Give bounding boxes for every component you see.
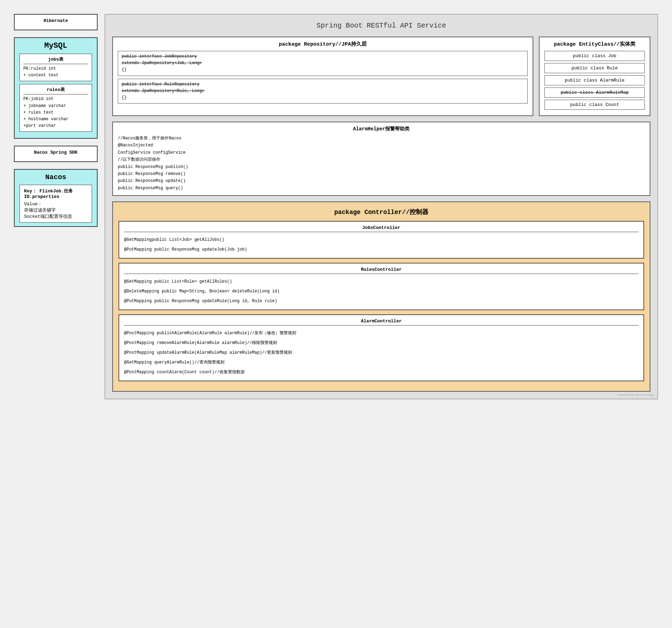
repo-box: package Repository//JPA持久层 public interf… <box>112 37 533 116</box>
repo-interface-2-line-1: public interface RuleRepository <box>122 81 524 88</box>
jobs-method-1: @GetMappingpublic List<Job> getAllJobs() <box>124 235 639 245</box>
alarm-method-3: @PostMapping updateAlarmRule(AlarmRuleMa… <box>124 348 639 358</box>
entity-title: package EntityClass//实体类 <box>544 41 645 47</box>
nacos-inner: Key： FlinkJob.任务ID.properties Value： 存储过… <box>20 185 92 223</box>
rules-table-name: rules表 <box>23 86 88 94</box>
alarm-helper-box: AlarmHelper报警帮助类 //Nacos服务类，用于操作Nacos @N… <box>112 122 650 196</box>
mysql-box: MySQL jobs表 PK:ruleid int + content text… <box>14 37 98 139</box>
repo-interface-2-line-3: {} <box>122 94 524 101</box>
alarm-method-2: @PostMapping removeAlarmRule(AlarmRule a… <box>124 338 639 348</box>
middle-row: AlarmHelper报警帮助类 //Nacos服务类，用于操作Nacos @N… <box>112 122 650 392</box>
repo-interface-1-line-2: extends JpaRepository<Job, Long> <box>122 60 524 67</box>
hibernate-box: Hibernate <box>14 14 98 30</box>
alarm-controller-title: AlarmController <box>124 319 639 326</box>
nacos-sdk-label: Nacos Spring SDK <box>20 150 92 155</box>
rules-field-1: PK:jobid int <box>23 96 88 102</box>
nacos-value-label: Value： 存储过滤关键字 Socket端口配置等信息 <box>24 201 87 220</box>
rules-field-5: +port varchar <box>23 123 88 129</box>
nacos-value-text: Value： <box>24 201 42 207</box>
alarm-method-1: @PostMapping publishAlarmRule(AlarmRule … <box>124 328 639 338</box>
nacos-value-line-2: Socket端口配置等信息 <box>24 213 87 220</box>
repo-interface-1: public interface JobRepository extends J… <box>118 51 528 76</box>
ah-line-7: public ResponseMsg update() <box>118 177 645 184</box>
hibernate-label: Hibernate <box>20 18 92 23</box>
controller-box: package Controller//控制器 JobsController @… <box>112 201 650 392</box>
rules-method-3: @PutMapping public ResponseMsg updateRul… <box>124 296 639 306</box>
rules-method-1: @GetMapping public List<Rule> getAllRule… <box>124 277 639 286</box>
jobs-field-1: PK:ruleid int <box>23 66 88 72</box>
rules-table-fields: PK:jobid int + jobname varchar + rules t… <box>23 96 88 129</box>
rules-method-2: @DeleteMapping public Map<String, Boolea… <box>124 286 639 296</box>
repo-interface-1-line-3: {} <box>122 67 524 73</box>
jobs-controller: JobsController @GetMappingpublic List<Jo… <box>119 221 644 259</box>
nacos-box: Nacos Key： FlinkJob.任务ID.properties Valu… <box>14 169 98 227</box>
controller-title: package Controller//控制器 <box>119 208 644 216</box>
top-row: package Repository//JPA持久层 public interf… <box>112 37 650 116</box>
ah-line-3: ConfigService configService <box>118 149 645 156</box>
jobs-table-fields: PK:ruleid int + content text <box>23 66 88 79</box>
jobs-controller-title: JobsController <box>124 225 639 232</box>
ah-line-5: public ResponseMsg publish() <box>118 163 645 170</box>
jobs-field-2: + content text <box>23 72 88 79</box>
repo-interface-1-line-1: public interface JobRepository <box>122 53 524 60</box>
entity-class-count: public class Count <box>544 100 645 110</box>
nacos-sdk-box: Nacos Spring SDK <box>14 146 98 162</box>
mysql-title: MySQL <box>20 41 92 50</box>
left-panel: Hibernate MySQL jobs表 PK:ruleid int + co… <box>14 14 98 399</box>
main-container: Hibernate MySQL jobs表 PK:ruleid int + co… <box>7 7 665 406</box>
jobs-table: jobs表 PK:ruleid int + content text <box>20 54 92 81</box>
rules-controller-title: RulesController <box>124 267 639 274</box>
alarm-method-4: @GetMapping queryAlarmRule()//查询预警规则 <box>124 358 639 367</box>
ah-line-8: public ResponseMsg query() <box>118 185 645 192</box>
rules-field-4: + hostname varchar <box>23 116 88 123</box>
entity-class-job: public class Job <box>544 51 645 61</box>
ah-line-4: //以下数据访问层操作 <box>118 156 645 163</box>
repo-interface-2-line-2: extends JpaRepository<Rule, Long> <box>122 88 524 94</box>
ah-line-2: @NacosInjected <box>118 142 645 149</box>
middle-left: AlarmHelper报警帮助类 //Nacos服务类，用于操作Nacos @N… <box>112 122 650 392</box>
nacos-key-label: Key： FlinkJob.任务ID.properties <box>24 188 87 199</box>
repo-interface-2: public interface RuleRepository extends … <box>118 79 528 104</box>
jobs-method-2: @PutMapping public ResponseMsg updateJob… <box>124 245 639 254</box>
rules-field-2: + jobname varchar <box>23 103 88 109</box>
alarm-controller: AlarmController @PostMapping publishAlar… <box>119 314 644 381</box>
ah-line-1: //Nacos服务类，用于操作Nacos <box>118 135 645 142</box>
nacos-key-text: Key： <box>24 189 37 194</box>
alarm-helper-content: //Nacos服务类，用于操作Nacos @NacosInjected Conf… <box>118 135 645 192</box>
repo-title: package Repository//JPA持久层 <box>118 41 528 47</box>
rules-field-3: + rules text <box>23 109 88 116</box>
jobs-table-name: jobs表 <box>23 56 88 64</box>
alarm-method-5: @PostMapping countAlarm(Count count)//收集… <box>124 367 639 377</box>
rules-table: rules表 PK:jobid int + jobname varchar + … <box>20 84 92 132</box>
right-panel: Spring Boot RESTful API Service package … <box>105 14 658 399</box>
entity-class-alarmrulemap: public class AlarmRuleMap <box>544 87 645 98</box>
nacos-title: Nacos <box>20 173 92 181</box>
entity-box: package EntityClass//实体类 public class Jo… <box>539 37 650 116</box>
nacos-value-line-1: 存储过滤关键字 <box>24 207 87 213</box>
rules-controller: RulesController @GetMapping public List<… <box>119 263 644 310</box>
alarm-helper-title: AlarmHelper报警帮助类 <box>118 126 645 132</box>
spring-title: Spring Boot RESTful API Service <box>112 22 650 30</box>
entity-class-alarmrule: public class AlarmRule <box>544 75 645 85</box>
ah-line-6: public ResponseMsg remove() <box>118 170 645 177</box>
entity-class-rule: public class Rule <box>544 63 645 73</box>
watermark: Powered by Miro.com/app <box>617 393 654 397</box>
